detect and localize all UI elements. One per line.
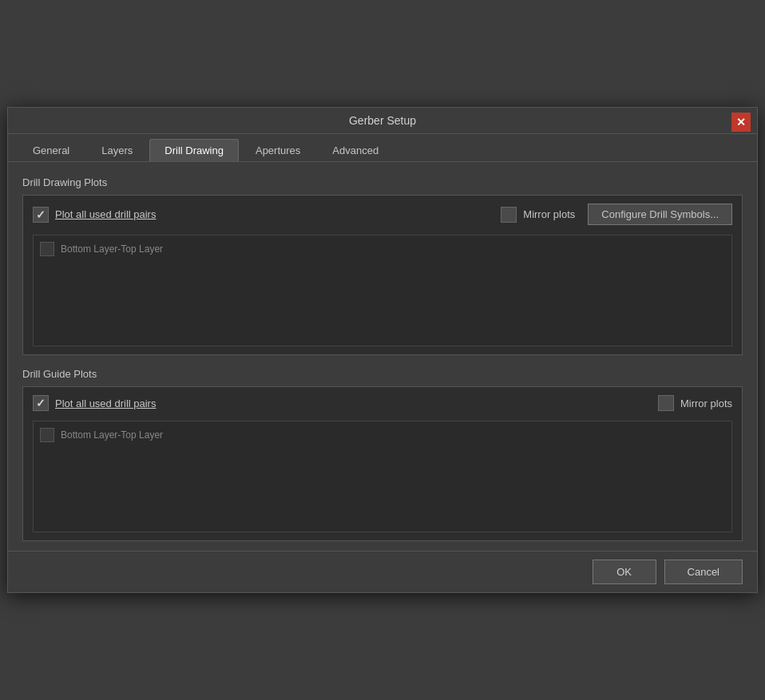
mirror-row-2: Mirror plots <box>658 395 732 411</box>
footer: OK Cancel <box>8 551 757 592</box>
drill-guide-layer-list: Bottom Layer-Top Layer <box>33 421 732 532</box>
drill-drawing-controls: Plot all used drill pairs Mirror plots C… <box>33 204 732 225</box>
mirror-row-1: Mirror plots <box>501 207 575 223</box>
plot-all-label-1[interactable]: Plot all used drill pairs <box>55 208 156 220</box>
tab-drill-drawing[interactable]: Drill Drawing <box>149 139 239 161</box>
plot-all-container-2: Plot all used drill pairs <box>33 395 156 411</box>
layer-label-2: Bottom Layer-Top Layer <box>61 429 163 441</box>
mirror-label-1: Mirror plots <box>523 208 575 220</box>
tab-bar: General Layers Drill Drawing Apertures A… <box>8 134 757 162</box>
drill-guide-section: Drill Guide Plots Plot all used drill pa… <box>22 368 743 541</box>
drill-drawing-title: Drill Drawing Plots <box>22 176 743 188</box>
dialog-title: Gerber Setup <box>349 114 416 127</box>
main-content: Drill Drawing Plots Plot all used drill … <box>8 162 757 551</box>
mirror-label-2: Mirror plots <box>680 397 732 409</box>
mirror-checkbox-1[interactable] <box>501 207 517 223</box>
ok-button[interactable]: OK <box>593 560 656 584</box>
drill-guide-controls: Plot all used drill pairs Mirror plots <box>33 395 732 411</box>
layer-checkbox-1[interactable] <box>40 242 54 256</box>
drill-drawing-box: Plot all used drill pairs Mirror plots C… <box>22 195 743 355</box>
layer-checkbox-2[interactable] <box>40 428 54 442</box>
tab-apertures[interactable]: Apertures <box>240 139 315 161</box>
drill-drawing-section: Drill Drawing Plots Plot all used drill … <box>22 176 743 355</box>
tab-layers[interactable]: Layers <box>86 139 148 161</box>
configure-drill-symbols-button[interactable]: Configure Drill Symbols... <box>588 204 732 225</box>
close-button[interactable]: ✕ <box>731 113 751 132</box>
cancel-button[interactable]: Cancel <box>664 560 743 584</box>
plot-all-checkbox-2[interactable] <box>33 395 49 411</box>
tab-general[interactable]: General <box>18 139 85 161</box>
drill-guide-title: Drill Guide Plots <box>22 368 743 380</box>
title-bar: Gerber Setup ✕ <box>8 108 757 134</box>
plot-all-checkbox-1[interactable] <box>33 207 49 223</box>
layer-label-1: Bottom Layer-Top Layer <box>61 243 163 255</box>
dialog: Gerber Setup ✕ General Layers Drill Draw… <box>7 107 758 593</box>
layer-item-1: Bottom Layer-Top Layer <box>40 240 725 258</box>
plot-all-container-1: Plot all used drill pairs <box>33 207 156 223</box>
mirror-checkbox-2[interactable] <box>658 395 674 411</box>
drill-drawing-layer-list: Bottom Layer-Top Layer <box>33 235 732 346</box>
plot-all-label-2[interactable]: Plot all used drill pairs <box>55 397 156 409</box>
tab-advanced[interactable]: Advanced <box>317 139 394 161</box>
drill-guide-box: Plot all used drill pairs Mirror plots B… <box>22 386 743 541</box>
layer-item-2: Bottom Layer-Top Layer <box>40 426 725 444</box>
